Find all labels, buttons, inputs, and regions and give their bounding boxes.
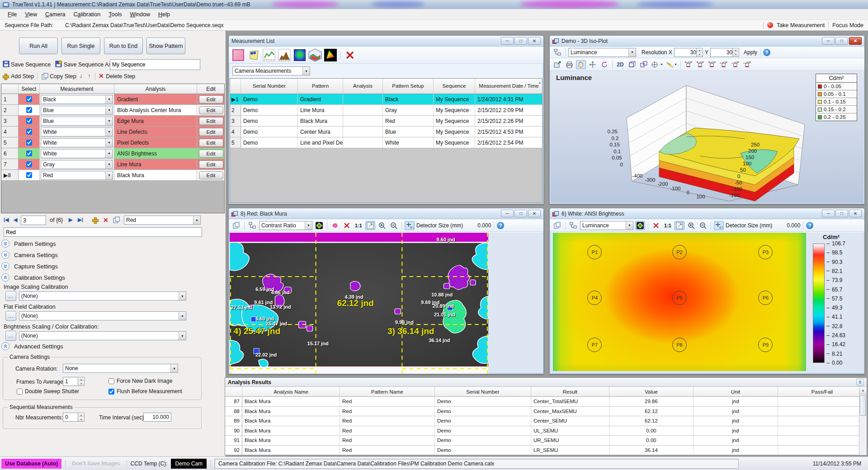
hierarchy-icon[interactable] — [247, 221, 257, 230]
minimize-button[interactable]: ─ — [501, 37, 514, 45]
result-row[interactable]: 91Black MuraRedDemoUR_SEMU0.00jnd — [225, 436, 867, 446]
restore-button[interactable]: □ — [835, 210, 848, 217]
copy-icon[interactable] — [231, 221, 241, 230]
hierarchy-icon[interactable] — [568, 221, 578, 230]
cie-color-icon[interactable] — [324, 48, 337, 62]
measure-point-p8[interactable]: P8 — [672, 338, 687, 352]
run-to-end-button[interactable]: Run to End — [104, 38, 143, 54]
step-select-checkbox[interactable] — [26, 150, 32, 156]
step-edit-button[interactable]: Edit — [199, 128, 223, 136]
cube-view2-icon[interactable] — [639, 60, 649, 69]
measure-point-p5[interactable]: P5 — [672, 291, 687, 305]
step-measurement-dropdown[interactable]: Blue▼ — [41, 106, 113, 115]
restore-button[interactable]: □ — [514, 210, 527, 217]
ansi-titlebar[interactable]: 6) White: ANSI Brightness ─□✕ — [550, 208, 864, 219]
add-plane-y-icon[interactable]: + — [695, 60, 705, 69]
mode-2d-button[interactable]: 2D — [615, 60, 625, 69]
zoom-out-icon[interactable] — [698, 221, 708, 230]
measure-point-p4[interactable]: P4 — [587, 291, 602, 305]
nav-first-button[interactable]: |◀ — [4, 217, 9, 223]
col-unit[interactable]: Unit — [693, 387, 778, 396]
add-step-button[interactable]: Add Step — [11, 73, 34, 80]
close-button[interactable]: ✕ — [849, 37, 862, 45]
histogram-icon[interactable] — [278, 48, 291, 62]
col-date[interactable]: Measurement Date / Time▲ — [475, 79, 542, 94]
signal-dropdown[interactable]: Luminance▼ — [580, 221, 633, 230]
bitmap-view-icon[interactable] — [231, 48, 245, 62]
menu-file[interactable]: File — [4, 10, 21, 19]
measure-point-p7[interactable]: P7 — [587, 338, 602, 352]
section-capture-settings[interactable]: Capture Settings — [1, 262, 58, 270]
image-scaling-dropdown[interactable]: (None)▼ — [19, 291, 186, 301]
clear-icon[interactable] — [651, 221, 661, 230]
step-measurement-dropdown[interactable]: Blue▼ — [41, 117, 113, 126]
close-button[interactable]: ✕ — [849, 210, 862, 217]
spin-down-icon[interactable]: ▼ — [733, 52, 739, 56]
measurement-row[interactable]: 5DemoLine and Pixel De...WhiteMy Sequenc… — [230, 137, 542, 148]
measurement-filter-dropdown[interactable]: Camera Measurements▼ — [232, 66, 310, 75]
step-edit-button[interactable]: Edit — [199, 106, 223, 114]
remove-plane-z-icon[interactable]: - — [742, 60, 752, 69]
step-select-checkbox[interactable] — [26, 161, 32, 167]
fit-to-window-icon[interactable] — [365, 221, 375, 230]
print-icon[interactable] — [564, 60, 574, 69]
nav-last-button[interactable]: ▶| — [78, 217, 83, 223]
step-edit-button[interactable]: Edit — [199, 95, 223, 103]
section-advanced-settings[interactable]: Advanced Settings — [1, 342, 63, 350]
step-edit-button[interactable]: Edit — [199, 171, 223, 179]
menu-window[interactable]: Window — [126, 10, 154, 19]
col-pattern-setup[interactable]: Pattern Setup — [383, 79, 434, 94]
false-color-icon[interactable] — [293, 48, 307, 62]
col-pattern-name[interactable]: Pattern Name — [340, 387, 435, 396]
hierarchy-icon[interactable] — [552, 48, 562, 57]
line-graph-icon[interactable] — [262, 48, 276, 62]
nav-delete-button[interactable]: ✕ — [103, 217, 108, 223]
result-row[interactable]: 90Black MuraRedDemoUL_SEMU0.00jnd — [225, 426, 867, 436]
brightness-scaling-browse-button[interactable]: ... — [5, 331, 16, 341]
pan-hand-icon[interactable] — [576, 60, 586, 69]
flush-before-measurement-checkbox[interactable] — [108, 389, 114, 395]
col-analysis[interactable]: Analysis — [343, 79, 383, 94]
move-step-down-button[interactable]: ↓ — [80, 72, 83, 79]
export-image-icon[interactable] — [552, 60, 562, 69]
measurement-row[interactable]: 2DemoLine MuraGrayMy Sequence2/15/2012 2… — [230, 105, 542, 116]
add-plane-x-icon[interactable]: + — [684, 60, 693, 69]
measure-point-p1[interactable]: P1 — [587, 245, 602, 259]
detector-size-value[interactable]: 0.000 — [774, 222, 800, 229]
black-mura-image[interactable]: 9.60 jnd6.59 jnd4.86 jnd9.61 jnd13.72 jn… — [230, 233, 488, 374]
spin-up-icon[interactable]: ▲ — [78, 377, 84, 381]
resolution-y-stepper[interactable]: 30▲▼ — [710, 48, 739, 57]
collapse-panel-button[interactable] — [856, 379, 864, 385]
axis-rotate-icon[interactable]: ▼ — [651, 60, 664, 69]
step-edit-button[interactable]: Edit — [199, 160, 223, 169]
add-plane-z-icon[interactable]: + — [707, 60, 717, 69]
note-icon[interactable] — [247, 48, 260, 62]
col-serial[interactable]: Serial Number — [241, 79, 298, 94]
col-passfail[interactable]: Pass/Fail — [778, 387, 867, 396]
help-icon[interactable]: ? — [497, 222, 504, 229]
step-measurement-dropdown[interactable]: Black▼ — [41, 95, 113, 104]
menu-help[interactable]: Help — [154, 10, 174, 19]
close-button[interactable]: ✕ — [528, 37, 541, 45]
section-calibration-settings[interactable]: Calibration Settings — [1, 273, 65, 282]
spin-down-icon[interactable]: ▼ — [697, 52, 703, 56]
section-pattern-settings[interactable]: Pattern Settings — [1, 240, 56, 248]
nav-prev-button[interactable]: ◀ — [14, 217, 17, 223]
step-select-checkbox[interactable] — [26, 118, 32, 124]
remove-plane-x-icon[interactable]: - — [719, 60, 729, 69]
step-measurement-dropdown[interactable]: White▼ — [41, 138, 113, 147]
clear-icon[interactable] — [342, 221, 352, 230]
step-edit-button[interactable]: Edit — [199, 150, 223, 158]
scrollbar-thumb[interactable] — [860, 395, 866, 416]
move-axes-icon[interactable] — [588, 60, 598, 69]
zoom-in-icon[interactable] — [686, 221, 696, 230]
section-camera-settings[interactable]: Camera Settings — [1, 251, 58, 259]
step-edit-button[interactable]: Edit — [199, 139, 223, 147]
minimize-button[interactable]: ─ — [822, 37, 835, 45]
measure-point-p2[interactable]: P2 — [672, 245, 687, 259]
use-database-indicator[interactable]: Use Database (Auto) — [1, 459, 61, 469]
spin-up-icon[interactable]: ▲ — [697, 48, 703, 52]
force-new-dark-image-checkbox[interactable] — [108, 378, 114, 384]
menu-camera[interactable]: Camera — [41, 10, 69, 19]
fit-to-window-icon[interactable] — [675, 221, 684, 230]
